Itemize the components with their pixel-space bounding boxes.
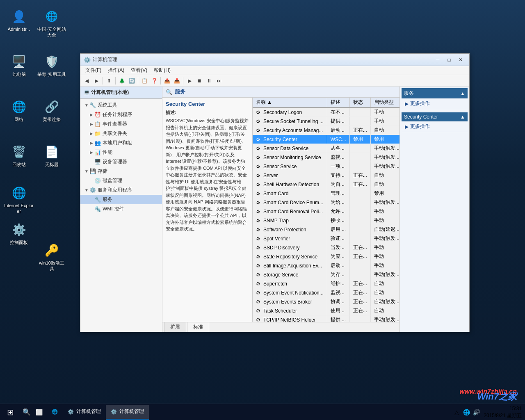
tray-chevron[interactable]: △ (452, 408, 461, 416)
nav-expand-users: ▶ (89, 141, 94, 145)
desktop-icon-control[interactable]: ⚙️ 控制面板 (4, 221, 34, 245)
table-row[interactable]: ⚙Sensor Data Service 从各... 手动(触发... 本 (253, 144, 399, 153)
table-row[interactable]: ⚙TCP/IP NetBIOS Helper 提供 ... 手动(触发... 本 (253, 315, 399, 322)
tray-network-icon[interactable]: 🌐 (462, 408, 470, 416)
table-row[interactable]: ⚙Still Image Acquisition Ev... 启动... 手动 … (253, 261, 399, 270)
col-startup[interactable]: 启动类型 (370, 98, 399, 107)
description-title: Security Center (166, 101, 249, 107)
service-status (349, 315, 370, 322)
table-row[interactable]: ⚙SSDP Discovery 当发... 正在... 手动 本 (253, 243, 399, 252)
nav-system-tools[interactable]: ▼ 🔧 系统工具 (80, 100, 162, 110)
table-row[interactable]: ⚙Storage Service 为存... 手动(触发... 本 (253, 270, 399, 279)
taskbar-view-btn[interactable]: ⬜ (33, 404, 45, 420)
taskbar-ie[interactable]: 🌐 (47, 405, 63, 420)
table-row[interactable]: ⚙Software Protection 启用 ... 自动(延迟... 网 (253, 225, 399, 234)
table-row[interactable]: ⚙Smart Card Device Enum... 为给... 手动(触发..… (253, 198, 399, 207)
nav-task-scheduler[interactable]: ▶ ⏰ 任务计划程序 (80, 110, 162, 119)
nav-disk-management[interactable]: 💿 磁盘管理 (80, 176, 162, 185)
toolbar-pause[interactable]: ⏸ (205, 76, 214, 85)
table-row[interactable]: ⚙Spot Verifier 验证... 手动(触发... 本 (253, 234, 399, 243)
tab-extended[interactable]: 扩展 (164, 322, 186, 332)
col-desc[interactable]: 描述 (327, 98, 349, 107)
menu-file[interactable]: 文件(F) (82, 66, 105, 75)
toolbar-up[interactable]: ⬆ (105, 76, 114, 85)
table-row[interactable]: ⚙State Repository Service 为应... 正在... 手动… (253, 252, 399, 261)
table-row[interactable]: ⚙System Event Notification... 监视... 正在..… (253, 288, 399, 297)
antivirus-icon: 🛡️ (43, 53, 60, 70)
col-status[interactable]: 状态 (349, 98, 370, 107)
desktop-icon-win10[interactable]: 🔑 win10激活工具 (37, 242, 66, 272)
taskbar-clock[interactable]: 15:31 2015/8/21 星期五 (480, 405, 525, 419)
toolbar-back[interactable]: ◀ (82, 76, 91, 85)
toolbar-show-hide-tree[interactable]: 🌲 (117, 76, 126, 85)
nav-wmi[interactable]: 🔩 WMI 控件 (80, 204, 162, 214)
desktop-icon-antivirus[interactable]: 🛡️ 杀毒-实用工具 (37, 53, 66, 77)
service-icon: ⚙ (256, 245, 262, 251)
services-table-wrap[interactable]: 名称 ▲ 描述 状态 启动类型 登 ⚙Secondary Logon 在不...… (253, 98, 399, 322)
table-row[interactable]: ⚙SNMP Trap 接收... 手动 本 (253, 216, 399, 225)
service-name: ⚙System Event Notification... (253, 288, 327, 297)
table-row[interactable]: ⚙System Events Broker 协调... 正在... 自动(触发.… (253, 297, 399, 306)
table-row[interactable]: ⚙Shell Hardware Detection 为自... 正在... 自动… (253, 180, 399, 189)
start-button[interactable]: ⊞ (0, 404, 21, 420)
minimize-button[interactable]: ─ (432, 56, 443, 64)
desktop-icon-network[interactable]: 🌐 网络 (4, 98, 34, 122)
close-button[interactable]: ✕ (455, 56, 466, 64)
toolbar-play[interactable]: ▶ (185, 76, 194, 85)
col-name[interactable]: 名称 ▲ (253, 98, 327, 107)
toolbar-help[interactable]: ❓ (150, 76, 159, 85)
nav-device-manager[interactable]: 🖥️ 设备管理器 (80, 157, 162, 167)
right-services-more[interactable]: ▶ 更多操作 (402, 98, 468, 109)
nav-local-users[interactable]: ▶ 👥 本地用户和组 (80, 138, 162, 148)
service-startup: 手动 (370, 261, 399, 270)
nav-storage[interactable]: ▼ 💾 存储 (80, 167, 162, 176)
desktop-icon-recycle[interactable]: 🗑️ 回收站 (4, 144, 34, 167)
table-row[interactable]: ⚙Secure Socket Tunneling ... 提供... 手动 本 (253, 117, 399, 126)
nav-services-apps[interactable]: ▼ ⚙️ 服务和应用程序 (80, 185, 162, 195)
table-row[interactable]: ⚙Sensor Monitoring Service 监视... 手动(触发..… (253, 153, 399, 162)
nav-performance[interactable]: ▶ 📊 性能 (80, 148, 162, 157)
right-sc-collapse-icon: ▲ (460, 114, 465, 120)
nav-services[interactable]: 🔧 服务 (80, 195, 162, 204)
nav-shared-folders[interactable]: ▶ 📁 共享文件夹 (80, 129, 162, 138)
taskbar-app-cm1[interactable]: ⚙️ 计算机管理 (63, 405, 106, 420)
desktop-icon-security[interactable]: 🌐 中国-安全网站大全 (37, 8, 66, 38)
nav-services-label: 服务 (103, 196, 112, 203)
table-row[interactable]: ⚙Security Accounts Manag... 启动... 正在... … (253, 126, 399, 135)
table-row[interactable]: ⚙Server 支持... 正在... 自动 本 (253, 171, 399, 180)
table-row[interactable]: ⚙Superfetch 维护... 正在... 自动 本 (253, 279, 399, 288)
menu-view[interactable]: 查看(V) (128, 66, 151, 75)
tray-volume-icon[interactable]: 🔊 (472, 408, 480, 416)
desktop-icon-broadband[interactable]: 🔗 宽带连接 (37, 98, 66, 122)
toolbar-forward[interactable]: ▶ (92, 76, 101, 85)
more-actions-label: 更多操作 (410, 100, 430, 107)
tab-standard[interactable]: 标准 (187, 322, 209, 332)
services-apps-icon: ⚙️ (89, 187, 96, 194)
table-row[interactable]: ⚙Sensor Service 一项... 手动(触发... 本 (253, 162, 399, 171)
right-sc-more[interactable]: ▶ 更多操作 (402, 121, 468, 132)
taskbar-app-cm2[interactable]: ⚙️ 计算机管理 (106, 405, 149, 420)
desktop-icon-admin[interactable]: 👤 Administr... (4, 8, 34, 32)
right-section-services-title[interactable]: 服务 ▲ (402, 88, 468, 98)
desktop-icon-blank[interactable]: 📄 无标题 (37, 144, 66, 167)
menu-action[interactable]: 操作(A) (105, 66, 128, 75)
table-row[interactable]: ⚙Secondary Logon 在不... 手动 本 (253, 107, 399, 117)
toolbar-refresh[interactable]: 🔄 (127, 76, 136, 85)
table-row[interactable]: ⚙Security Center WSC... 禁用 禁用 本 (253, 135, 399, 144)
desktop-icon-mycomputer[interactable]: 🖥️ 此电脑 (4, 53, 34, 77)
toolbar-export[interactable]: 📤 (162, 76, 171, 85)
disk-mgmt-icon: 💿 (94, 178, 101, 184)
right-security-center-title[interactable]: Security Center ▲ (402, 112, 468, 121)
taskbar-search-icon[interactable]: 🔍 (21, 404, 33, 420)
table-row[interactable]: ⚙Smart Card Removal Poli... 允许... 手动 本 (253, 207, 399, 216)
toolbar-import[interactable]: 📥 (172, 76, 181, 85)
nav-event-viewer[interactable]: ▶ 📋 事件查看器 (80, 119, 162, 129)
toolbar-stop[interactable]: ⏹ (195, 76, 204, 85)
maximize-button[interactable]: □ (444, 56, 454, 64)
toolbar-step[interactable]: ⏭ (215, 76, 224, 85)
table-row[interactable]: ⚙Task Scheduler 使用... 正在... 自动 本 (253, 306, 399, 315)
menu-help[interactable]: 帮助(H) (151, 66, 174, 75)
table-row[interactable]: ⚙Smart Card 管理... 禁用 本 (253, 189, 399, 198)
desktop-icon-ie[interactable]: 🌐 Internet Explorer (4, 185, 34, 215)
toolbar-properties[interactable]: 📋 (140, 76, 149, 85)
